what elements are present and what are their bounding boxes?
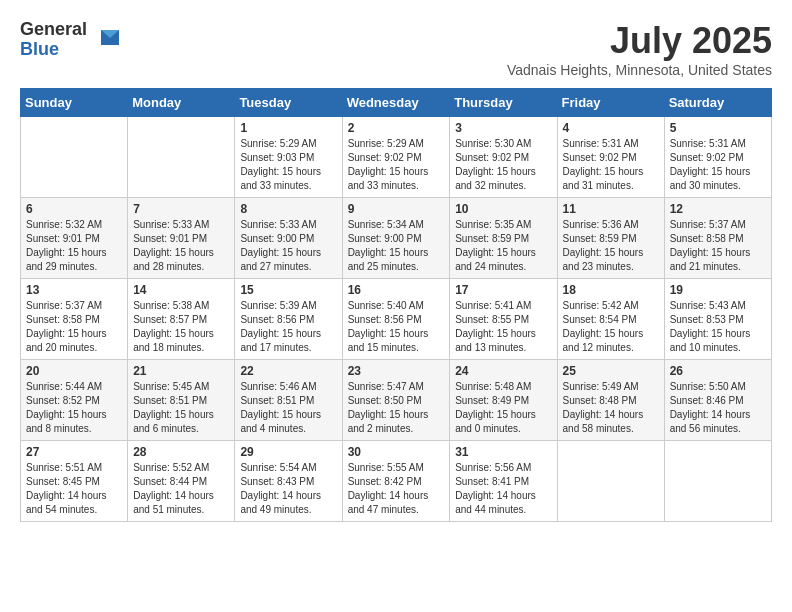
calendar-body: 1Sunrise: 5:29 AM Sunset: 9:03 PM Daylig… [21, 117, 772, 522]
day-info: Sunrise: 5:56 AM Sunset: 8:41 PM Dayligh… [455, 461, 551, 517]
logo-general: General [20, 20, 87, 40]
day-number: 11 [563, 202, 659, 216]
day-info: Sunrise: 5:33 AM Sunset: 9:00 PM Dayligh… [240, 218, 336, 274]
header-day-sunday: Sunday [21, 89, 128, 117]
day-info: Sunrise: 5:31 AM Sunset: 9:02 PM Dayligh… [563, 137, 659, 193]
calendar-cell: 2Sunrise: 5:29 AM Sunset: 9:02 PM Daylig… [342, 117, 450, 198]
day-info: Sunrise: 5:51 AM Sunset: 8:45 PM Dayligh… [26, 461, 122, 517]
day-info: Sunrise: 5:37 AM Sunset: 8:58 PM Dayligh… [26, 299, 122, 355]
day-info: Sunrise: 5:46 AM Sunset: 8:51 PM Dayligh… [240, 380, 336, 436]
calendar-cell: 10Sunrise: 5:35 AM Sunset: 8:59 PM Dayli… [450, 198, 557, 279]
calendar-cell: 12Sunrise: 5:37 AM Sunset: 8:58 PM Dayli… [664, 198, 771, 279]
day-number: 12 [670, 202, 766, 216]
day-number: 23 [348, 364, 445, 378]
day-info: Sunrise: 5:32 AM Sunset: 9:01 PM Dayligh… [26, 218, 122, 274]
calendar-cell: 19Sunrise: 5:43 AM Sunset: 8:53 PM Dayli… [664, 279, 771, 360]
calendar-cell: 5Sunrise: 5:31 AM Sunset: 9:02 PM Daylig… [664, 117, 771, 198]
calendar-cell: 14Sunrise: 5:38 AM Sunset: 8:57 PM Dayli… [128, 279, 235, 360]
day-info: Sunrise: 5:42 AM Sunset: 8:54 PM Dayligh… [563, 299, 659, 355]
day-info: Sunrise: 5:45 AM Sunset: 8:51 PM Dayligh… [133, 380, 229, 436]
calendar-cell: 20Sunrise: 5:44 AM Sunset: 8:52 PM Dayli… [21, 360, 128, 441]
day-number: 26 [670, 364, 766, 378]
day-number: 3 [455, 121, 551, 135]
calendar-cell: 15Sunrise: 5:39 AM Sunset: 8:56 PM Dayli… [235, 279, 342, 360]
logo-blue: Blue [20, 40, 87, 60]
day-info: Sunrise: 5:44 AM Sunset: 8:52 PM Dayligh… [26, 380, 122, 436]
calendar-cell: 13Sunrise: 5:37 AM Sunset: 8:58 PM Dayli… [21, 279, 128, 360]
day-info: Sunrise: 5:38 AM Sunset: 8:57 PM Dayligh… [133, 299, 229, 355]
day-number: 4 [563, 121, 659, 135]
calendar-cell [128, 117, 235, 198]
calendar-cell [557, 441, 664, 522]
day-info: Sunrise: 5:47 AM Sunset: 8:50 PM Dayligh… [348, 380, 445, 436]
calendar-cell: 11Sunrise: 5:36 AM Sunset: 8:59 PM Dayli… [557, 198, 664, 279]
calendar-cell: 26Sunrise: 5:50 AM Sunset: 8:46 PM Dayli… [664, 360, 771, 441]
week-row-4: 20Sunrise: 5:44 AM Sunset: 8:52 PM Dayli… [21, 360, 772, 441]
header-day-thursday: Thursday [450, 89, 557, 117]
calendar-cell: 28Sunrise: 5:52 AM Sunset: 8:44 PM Dayli… [128, 441, 235, 522]
week-row-1: 1Sunrise: 5:29 AM Sunset: 9:03 PM Daylig… [21, 117, 772, 198]
day-number: 19 [670, 283, 766, 297]
day-number: 24 [455, 364, 551, 378]
month-title: July 2025 [507, 20, 772, 62]
calendar-cell: 6Sunrise: 5:32 AM Sunset: 9:01 PM Daylig… [21, 198, 128, 279]
day-number: 22 [240, 364, 336, 378]
calendar-cell: 29Sunrise: 5:54 AM Sunset: 8:43 PM Dayli… [235, 441, 342, 522]
calendar-cell: 30Sunrise: 5:55 AM Sunset: 8:42 PM Dayli… [342, 441, 450, 522]
calendar-cell: 17Sunrise: 5:41 AM Sunset: 8:55 PM Dayli… [450, 279, 557, 360]
header-day-friday: Friday [557, 89, 664, 117]
title-section: July 2025 Vadnais Heights, Minnesota, Un… [507, 20, 772, 78]
day-number: 9 [348, 202, 445, 216]
logo-icon [91, 25, 121, 55]
logo: General Blue [20, 20, 121, 60]
week-row-2: 6Sunrise: 5:32 AM Sunset: 9:01 PM Daylig… [21, 198, 772, 279]
day-info: Sunrise: 5:40 AM Sunset: 8:56 PM Dayligh… [348, 299, 445, 355]
day-number: 25 [563, 364, 659, 378]
header-row: SundayMondayTuesdayWednesdayThursdayFrid… [21, 89, 772, 117]
calendar-cell [21, 117, 128, 198]
day-number: 21 [133, 364, 229, 378]
day-number: 8 [240, 202, 336, 216]
week-row-3: 13Sunrise: 5:37 AM Sunset: 8:58 PM Dayli… [21, 279, 772, 360]
day-number: 31 [455, 445, 551, 459]
day-number: 5 [670, 121, 766, 135]
day-info: Sunrise: 5:49 AM Sunset: 8:48 PM Dayligh… [563, 380, 659, 436]
header-day-tuesday: Tuesday [235, 89, 342, 117]
day-info: Sunrise: 5:39 AM Sunset: 8:56 PM Dayligh… [240, 299, 336, 355]
day-info: Sunrise: 5:29 AM Sunset: 9:03 PM Dayligh… [240, 137, 336, 193]
calendar-cell: 24Sunrise: 5:48 AM Sunset: 8:49 PM Dayli… [450, 360, 557, 441]
day-number: 29 [240, 445, 336, 459]
day-number: 1 [240, 121, 336, 135]
day-number: 28 [133, 445, 229, 459]
calendar-cell: 9Sunrise: 5:34 AM Sunset: 9:00 PM Daylig… [342, 198, 450, 279]
day-info: Sunrise: 5:48 AM Sunset: 8:49 PM Dayligh… [455, 380, 551, 436]
day-info: Sunrise: 5:33 AM Sunset: 9:01 PM Dayligh… [133, 218, 229, 274]
day-info: Sunrise: 5:54 AM Sunset: 8:43 PM Dayligh… [240, 461, 336, 517]
day-number: 18 [563, 283, 659, 297]
calendar-cell: 1Sunrise: 5:29 AM Sunset: 9:03 PM Daylig… [235, 117, 342, 198]
calendar-cell: 7Sunrise: 5:33 AM Sunset: 9:01 PM Daylig… [128, 198, 235, 279]
week-row-5: 27Sunrise: 5:51 AM Sunset: 8:45 PM Dayli… [21, 441, 772, 522]
day-number: 7 [133, 202, 229, 216]
day-info: Sunrise: 5:35 AM Sunset: 8:59 PM Dayligh… [455, 218, 551, 274]
calendar-table: SundayMondayTuesdayWednesdayThursdayFrid… [20, 88, 772, 522]
header-day-wednesday: Wednesday [342, 89, 450, 117]
day-number: 14 [133, 283, 229, 297]
day-number: 30 [348, 445, 445, 459]
day-info: Sunrise: 5:37 AM Sunset: 8:58 PM Dayligh… [670, 218, 766, 274]
calendar-cell: 31Sunrise: 5:56 AM Sunset: 8:41 PM Dayli… [450, 441, 557, 522]
calendar-cell: 21Sunrise: 5:45 AM Sunset: 8:51 PM Dayli… [128, 360, 235, 441]
page-header: General Blue July 2025 Vadnais Heights, … [20, 20, 772, 78]
day-info: Sunrise: 5:36 AM Sunset: 8:59 PM Dayligh… [563, 218, 659, 274]
calendar-cell: 8Sunrise: 5:33 AM Sunset: 9:00 PM Daylig… [235, 198, 342, 279]
day-info: Sunrise: 5:52 AM Sunset: 8:44 PM Dayligh… [133, 461, 229, 517]
calendar-header: SundayMondayTuesdayWednesdayThursdayFrid… [21, 89, 772, 117]
day-number: 15 [240, 283, 336, 297]
day-number: 16 [348, 283, 445, 297]
calendar-cell: 25Sunrise: 5:49 AM Sunset: 8:48 PM Dayli… [557, 360, 664, 441]
location: Vadnais Heights, Minnesota, United State… [507, 62, 772, 78]
calendar-cell: 23Sunrise: 5:47 AM Sunset: 8:50 PM Dayli… [342, 360, 450, 441]
day-info: Sunrise: 5:29 AM Sunset: 9:02 PM Dayligh… [348, 137, 445, 193]
day-info: Sunrise: 5:55 AM Sunset: 8:42 PM Dayligh… [348, 461, 445, 517]
day-info: Sunrise: 5:31 AM Sunset: 9:02 PM Dayligh… [670, 137, 766, 193]
